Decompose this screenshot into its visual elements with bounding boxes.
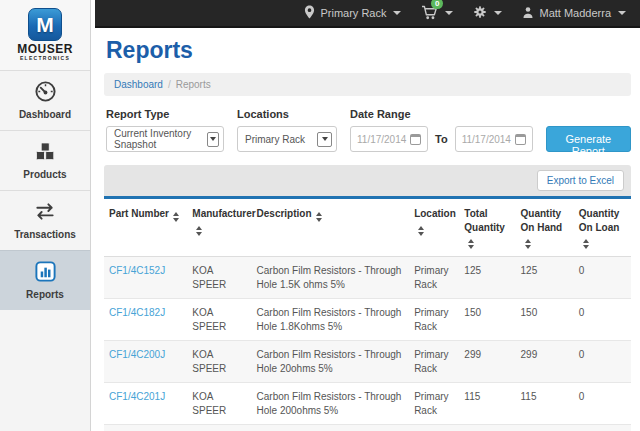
sidebar-item-transactions[interactable]: Transactions [0, 190, 90, 250]
table-row: CF1/4C200J KOA SPEER Carbon Film Resisto… [104, 341, 631, 383]
quantity-on-hand-cell: 300 [516, 425, 574, 431]
description-cell: Carbon Film Resistors - Through Hole 200… [252, 383, 410, 425]
table-row: CF1/4C152J KOA SPEER Carbon Film Resisto… [104, 257, 631, 299]
sidebar: M MOUSER ELECTRONICS Dashboard Products … [0, 0, 91, 431]
main-content: Reports Dashboard/Reports Report Type Cu… [95, 37, 640, 431]
location-cell: Primary Rack [409, 299, 459, 341]
date-to-input[interactable] [462, 134, 514, 145]
sidebar-item-products[interactable]: Products [0, 130, 90, 190]
locations-value: Primary Rack [245, 134, 305, 145]
total-quantity-cell: 150 [459, 299, 515, 341]
part-number-link[interactable]: CF1/4C200J [109, 349, 165, 360]
sort-icon [316, 212, 322, 222]
cart-count-badge: 0 [431, 0, 443, 9]
user-name: Matt Madderra [539, 7, 611, 19]
manufacturer-cell: KOA SPEER [187, 257, 251, 299]
mouser-logo[interactable]: M MOUSER ELECTRONICS [0, 0, 90, 70]
col-description[interactable]: Description [252, 199, 410, 257]
sidebar-item-dashboard[interactable]: Dashboard [0, 70, 90, 130]
table-row: CF1/4C182J KOA SPEER Carbon Film Resisto… [104, 299, 631, 341]
inventory-table: Part Number Manufacturer Description Loc… [104, 199, 631, 431]
exchange-arrows-icon [2, 200, 88, 224]
select-caret-icon [317, 132, 332, 147]
sidebar-item-label: Dashboard [19, 109, 71, 120]
settings-menu[interactable] [473, 5, 502, 21]
table-row: CF1/4C2R2J KOA SPEER Carbon Film Resisto… [104, 425, 631, 431]
report-type-select[interactable]: Current Inventory Snapshot [106, 126, 224, 152]
sidebar-item-label: Products [23, 169, 66, 180]
manufacturer-cell: KOA SPEER [187, 341, 251, 383]
quantity-on-loan-cell: 0 [574, 299, 631, 341]
cart-menu[interactable]: 0 [421, 5, 453, 22]
page-title: Reports [106, 37, 631, 64]
quantity-on-hand-cell: 115 [516, 383, 574, 425]
date-from-input[interactable] [357, 134, 409, 145]
quantity-on-hand-cell: 150 [516, 299, 574, 341]
select-caret-icon [207, 132, 219, 147]
report-type-value: Current Inventory Snapshot [114, 128, 207, 150]
location-selector[interactable]: Primary Rack [304, 5, 401, 21]
part-number-cell: CF1/4C152J [104, 257, 187, 299]
date-from-field [350, 126, 428, 152]
chevron-down-icon [393, 11, 401, 15]
to-label: To [435, 133, 448, 145]
logo-name: MOUSER [0, 44, 90, 55]
calendar-icon[interactable] [515, 134, 526, 145]
report-form: Report Type Current Inventory Snapshot L… [106, 108, 631, 152]
quantity-on-hand-cell: 299 [516, 341, 574, 383]
part-number-link[interactable]: CF1/4C152J [109, 265, 165, 276]
location-label: Primary Rack [320, 7, 386, 19]
sidebar-item-reports[interactable]: Reports [0, 250, 90, 310]
description-cell: Carbon Film Resistors - Through Hole 1.8… [252, 299, 410, 341]
col-total-quantity[interactable]: Total Quantity [459, 199, 515, 257]
description-cell: Carbon Film Resistors - Through Hole 2.2… [252, 425, 410, 431]
calendar-icon[interactable] [410, 134, 421, 145]
total-quantity-cell: 125 [459, 257, 515, 299]
part-number-link[interactable]: CF1/4C182J [109, 307, 165, 318]
mouser-logo-icon: M [28, 8, 62, 41]
part-number-link[interactable]: CF1/4C201J [109, 391, 165, 402]
user-menu[interactable]: Matt Madderra [522, 6, 626, 21]
col-part-number[interactable]: Part Number [104, 199, 187, 257]
report-table-panel: Export to Excel Part Number Manufacturer… [104, 165, 631, 431]
sort-icon [525, 239, 531, 249]
manufacturer-cell: KOA SPEER [187, 425, 251, 431]
sort-icon [196, 226, 202, 236]
col-quantity-on-hand[interactable]: Quantity On Hand [516, 199, 574, 257]
location-cell: Primary Rack [409, 341, 459, 383]
table-toolbar: Export to Excel [104, 165, 631, 196]
date-to-field [455, 126, 533, 152]
quantity-on-loan-cell: 0 [574, 257, 631, 299]
cubes-icon [2, 140, 88, 164]
col-quantity-on-loan[interactable]: Quantity On Loan [574, 199, 631, 257]
chevron-down-icon [445, 11, 453, 15]
total-quantity-cell: 115 [459, 383, 515, 425]
col-manufacturer[interactable]: Manufacturer [187, 199, 251, 257]
user-icon [522, 6, 534, 21]
quantity-on-loan-cell: 0 [574, 383, 631, 425]
logo-subname: ELECTRONICS [0, 55, 90, 61]
location-cell: Primary Rack [409, 425, 459, 431]
breadcrumb-dashboard-link[interactable]: Dashboard [114, 79, 163, 90]
part-number-cell: CF1/4C2R2J [104, 425, 187, 431]
sidebar-item-label: Transactions [14, 229, 76, 240]
chevron-down-icon [494, 11, 502, 15]
part-number-cell: CF1/4C182J [104, 299, 187, 341]
breadcrumb-separator: / [168, 79, 171, 90]
generate-report-button[interactable]: Generate Report [546, 126, 631, 152]
locations-label: Locations [237, 108, 337, 120]
gear-icon [473, 5, 487, 21]
location-cell: Primary Rack [409, 257, 459, 299]
export-to-excel-button[interactable]: Export to Excel [537, 170, 624, 191]
description-cell: Carbon Film Resistors - Through Hole 1.5… [252, 257, 410, 299]
table-row: CF1/4C201J KOA SPEER Carbon Film Resisto… [104, 383, 631, 425]
quantity-on-loan-cell: 0 [574, 341, 631, 383]
manufacturer-cell: KOA SPEER [187, 299, 251, 341]
locations-select[interactable]: Primary Rack [237, 126, 337, 152]
bar-chart-icon [2, 260, 88, 284]
dashboard-gauge-icon [2, 80, 88, 104]
sort-icon [173, 212, 179, 222]
chevron-down-icon [618, 11, 626, 15]
breadcrumb-current: Reports [176, 79, 211, 90]
col-location[interactable]: Location [409, 199, 459, 257]
